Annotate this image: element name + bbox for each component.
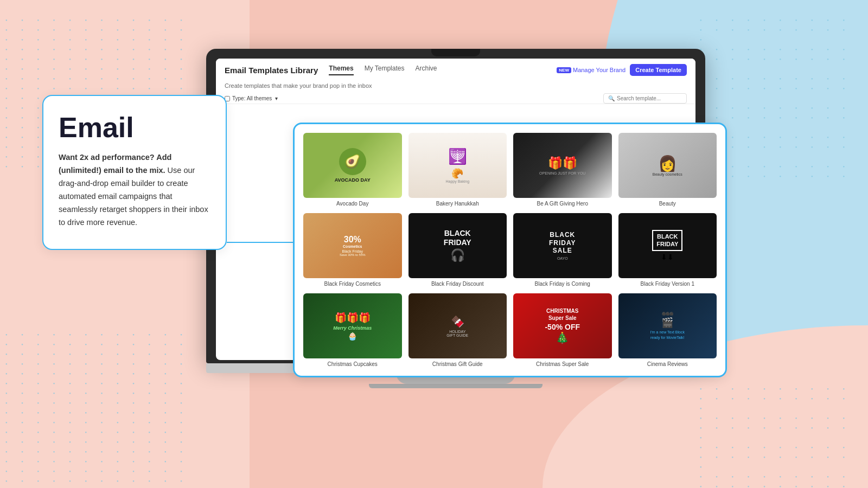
filter-checkbox-label[interactable]: Type: All themes ▾: [225, 95, 278, 101]
app-nav: Themes My Templates Archive: [329, 65, 437, 75]
template-thumb-bf-version1: BLACKFRIDAY ⬇⬇: [618, 213, 717, 278]
template-avocado-day[interactable]: AVOCADO DAY Avocado Day: [303, 133, 402, 207]
template-content-gift: 🎁🎁 OPENING JUST FOR YOU: [513, 133, 612, 198]
gift-icon: 🎁🎁: [548, 156, 577, 170]
laptop-notch: [431, 49, 480, 56]
filter-chevron-icon: ▾: [275, 95, 278, 101]
info-paragraph-bold: Want 2x ad performance? Add (unlimited!)…: [59, 153, 171, 175]
beauty-icon: 👩: [658, 155, 677, 172]
template-name-avocado: Avocado Day: [303, 201, 402, 207]
template-thumb-bf-discount: BLACKFRIDAY 🎧: [409, 213, 507, 278]
templates-grid: AVOCADO DAY Avocado Day 🕎 🥐 Happy Baking…: [303, 133, 717, 367]
template-xmas-sale[interactable]: CHRISTMASSuper Sale -50% OFF 🎄 Christmas…: [513, 293, 612, 367]
app-header-right: NEW Manage Your Brand Create Template: [557, 64, 687, 76]
info-card: Email Want 2x ad performance? Add (unlim…: [42, 95, 227, 250]
tab-themes[interactable]: Themes: [329, 65, 353, 75]
template-content-xmas-guide: 🍫 HOLIDAYGIFT GUIDE: [409, 293, 507, 358]
template-content-bf-coming: BLACKFRIDAYSALE OAYO: [513, 213, 612, 278]
template-thumb-xmas-guide: 🍫 HOLIDAYGIFT GUIDE: [409, 293, 507, 358]
create-template-button[interactable]: Create Template: [630, 64, 687, 76]
bakery-text: Happy Baking: [445, 179, 469, 183]
template-thumb-avocado: AVOCADO DAY: [303, 133, 402, 198]
template-content-bakery: 🕎 🥐 Happy Baking: [409, 133, 507, 198]
search-input[interactable]: [617, 95, 682, 101]
template-xmas-guide[interactable]: 🍫 HOLIDAYGIFT GUIDE Christmas Gift Guide: [409, 293, 507, 367]
template-name-xmas-guide: Christmas Gift Guide: [409, 361, 507, 367]
tab-archive[interactable]: Archive: [415, 65, 437, 75]
template-name-beauty: Beauty: [618, 201, 717, 207]
template-thumb-xmas-sale: CHRISTMASSuper Sale -50% OFF 🎄: [513, 293, 612, 358]
avocado-day-text: AVOCADO DAY: [335, 177, 371, 183]
app-filters: Type: All themes ▾ 🔍: [225, 93, 687, 104]
template-content-bf-version1: BLACKFRIDAY ⬇⬇: [618, 213, 717, 278]
template-gift-giving[interactable]: 🎁🎁 OPENING JUST FOR YOU Be A Gift Giving…: [513, 133, 612, 207]
filter-label: Type: All themes: [232, 95, 272, 101]
template-content-beauty: 👩 Beauty cosmetics: [618, 133, 717, 198]
new-badge: NEW: [557, 67, 571, 73]
template-content-bf-cosmetics: 30% Cosmetics Black Friday Save 30% to 5…: [303, 213, 402, 278]
template-name-bf-cosmetics: Black Friday Cosmetics: [303, 281, 402, 287]
template-christmas-cupcakes[interactable]: 🎁🎁🎁 Merry Christmas 🧁 Christmas Cupcakes: [303, 293, 402, 367]
search-box: 🔍: [603, 93, 687, 104]
template-content-bf-discount: BLACKFRIDAY 🎧: [409, 213, 507, 278]
template-name-bf-version1: Black Friday Version 1: [618, 281, 717, 287]
bakery-icon: 🕎: [448, 147, 467, 165]
template-content-xmas-sale: CHRISTMASSuper Sale -50% OFF 🎄: [513, 293, 612, 358]
manage-brand-button[interactable]: NEW Manage Your Brand: [557, 67, 626, 73]
templates-showcase: AVOCADO DAY Avocado Day 🕎 🥐 Happy Baking…: [293, 123, 727, 377]
template-bf-discount[interactable]: BLACKFRIDAY 🎧 Black Friday Discount: [409, 213, 507, 287]
gift-text: OPENING JUST FOR YOU: [539, 171, 585, 175]
template-thumb-gift: 🎁🎁 OPENING JUST FOR YOU: [513, 133, 612, 198]
template-content-avocado: AVOCADO DAY: [303, 133, 402, 198]
avocado-icon: [339, 148, 366, 175]
template-bf-coming[interactable]: BLACKFRIDAYSALE OAYO Black Friday is Com…: [513, 213, 612, 287]
template-cinema[interactable]: ⚫⚫⚫ 🎬 I'm a new Text Blockready for Movi…: [618, 293, 717, 367]
template-name-bf-coming: Black Friday is Coming: [513, 281, 612, 287]
template-thumb-beauty: 👩 Beauty cosmetics: [618, 133, 717, 198]
info-paragraph: Want 2x ad performance? Add (unlimited!)…: [59, 151, 210, 229]
search-icon: 🔍: [608, 95, 615, 101]
template-content-christmas: 🎁🎁🎁 Merry Christmas 🧁: [303, 293, 402, 358]
template-content-cinema: ⚫⚫⚫ 🎬 I'm a new Text Blockready for Movi…: [618, 293, 717, 358]
template-name-cinema: Cinema Reviews: [618, 361, 717, 367]
template-name-bf-discount: Black Friday Discount: [409, 281, 507, 287]
app-header: Email Templates Library Themes My Templa…: [216, 59, 695, 104]
app-title: Email Templates Library: [225, 66, 318, 75]
template-thumb-bakery: 🕎 🥐 Happy Baking: [409, 133, 507, 198]
template-thumb-cinema: ⚫⚫⚫ 🎬 I'm a new Text Blockready for Movi…: [618, 293, 717, 358]
template-beauty[interactable]: 👩 Beauty cosmetics Beauty: [618, 133, 717, 207]
template-bf-version1[interactable]: BLACKFRIDAY ⬇⬇ Black Friday Version 1: [618, 213, 717, 287]
tab-my-templates[interactable]: My Templates: [365, 65, 405, 75]
info-heading: Email: [59, 113, 210, 142]
connector-line: [227, 242, 303, 243]
template-bakery-hanukkah[interactable]: 🕎 🥐 Happy Baking Bakery Hanukkah: [409, 133, 507, 207]
template-thumb-bf-coming: BLACKFRIDAYSALE OAYO: [513, 213, 612, 278]
info-paragraph-rest: Use our drag-and-drop email builder to c…: [59, 166, 208, 227]
template-name-gift: Be A Gift Giving Hero: [513, 201, 612, 207]
template-thumb-christmas: 🎁🎁🎁 Merry Christmas 🧁: [303, 293, 402, 358]
template-name-christmas: Christmas Cupcakes: [303, 361, 402, 367]
template-thumb-bf-cosmetics: 30% Cosmetics Black Friday Save 30% to 5…: [303, 213, 402, 278]
manage-brand-label: Manage Your Brand: [573, 67, 626, 73]
template-name-xmas-sale: Christmas Super Sale: [513, 361, 612, 367]
app-header-top: Email Templates Library Themes My Templa…: [225, 64, 687, 76]
template-name-bakery: Bakery Hanukkah: [409, 201, 507, 207]
laptop-foot: [369, 384, 542, 388]
template-bf-cosmetics[interactable]: 30% Cosmetics Black Friday Save 30% to 5…: [303, 213, 402, 287]
app-subtitle: Create templates that make your brand po…: [225, 79, 687, 93]
